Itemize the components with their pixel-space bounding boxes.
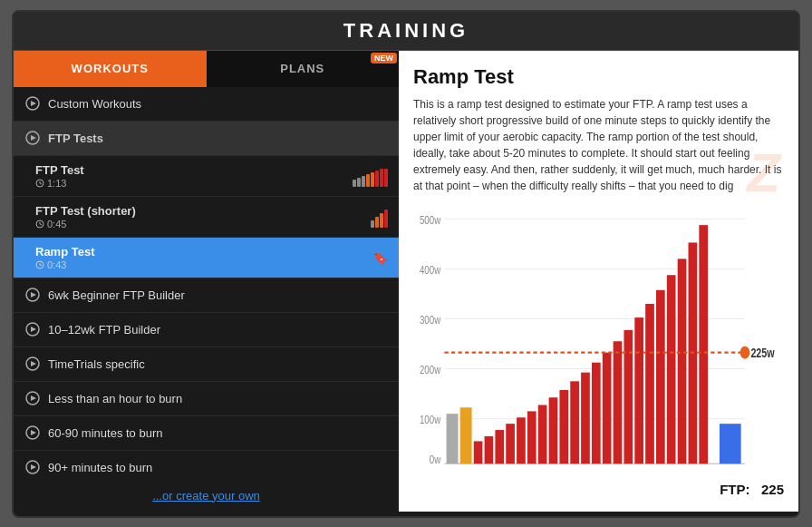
svg-text:200w: 200w <box>420 363 441 375</box>
svg-rect-64 <box>678 259 687 464</box>
svg-rect-52 <box>549 397 558 464</box>
workout-title: Ramp Test <box>413 65 784 89</box>
svg-rect-59 <box>624 329 633 463</box>
svg-marker-1 <box>31 101 36 106</box>
svg-rect-43 <box>447 414 459 464</box>
svg-rect-63 <box>667 275 676 464</box>
svg-text:100w: 100w <box>420 414 441 425</box>
list-area: Custom Workouts FTP Tests FTP Test <box>14 87 399 480</box>
chart-svg: 500w 400w 300w 200w 100w 0w <box>413 201 784 476</box>
list-item-ramp-test[interactable]: Ramp Test 0:43 🔖 <box>14 238 399 278</box>
zwift-logo: Z <box>747 142 780 204</box>
svg-line-9 <box>40 224 42 225</box>
plan-icon-timetrials <box>24 356 41 372</box>
play-circle-icon <box>24 95 41 112</box>
plan-icon-60-90 <box>24 425 41 441</box>
svg-rect-67 <box>720 424 741 464</box>
list-item-ftp-test-shorter[interactable]: FTP Test (shorter) 0:45 <box>14 197 399 238</box>
svg-rect-61 <box>645 303 654 463</box>
ftp-display: FTP: 225 <box>413 476 784 497</box>
content-area: WORKOUTS PLANS NEW Custom Workouts <box>14 51 798 512</box>
svg-rect-54 <box>570 381 579 464</box>
ftp-test-bars <box>353 165 388 187</box>
list-item-6wk-beginner[interactable]: 6wk Beginner FTP Builder <box>14 278 399 313</box>
svg-rect-49 <box>517 417 526 464</box>
list-item-less-than-hour[interactable]: Less than an hour to burn <box>14 382 399 416</box>
left-panel: WORKOUTS PLANS NEW Custom Workouts <box>14 51 399 512</box>
svg-text:500w: 500w <box>420 213 441 225</box>
plan-icon-less-hour <box>24 390 41 406</box>
svg-rect-57 <box>603 352 612 464</box>
ftp-test-shorter-content: FTP Test (shorter) 0:45 <box>35 204 371 229</box>
workout-description: This is a ramp test designed to estimate… <box>413 96 784 194</box>
chart-area: 500w 400w 300w 200w 100w 0w <box>413 201 784 476</box>
svg-rect-56 <box>592 362 601 464</box>
svg-rect-50 <box>527 411 536 464</box>
svg-rect-48 <box>506 424 515 464</box>
list-item-timetrials[interactable]: TimeTrials specific <box>14 347 399 382</box>
main-container: TRAINING WORKOUTS PLANS NEW <box>12 10 800 518</box>
svg-rect-60 <box>634 317 643 464</box>
svg-marker-16 <box>31 327 36 332</box>
title-bar: TRAINING <box>14 12 798 51</box>
svg-text:300w: 300w <box>420 313 441 325</box>
plan-icon-90plus <box>24 459 41 475</box>
ramp-test-content: Ramp Test 0:43 <box>35 245 365 270</box>
svg-rect-62 <box>656 289 665 463</box>
ftp-test-content: FTP Test 1:13 <box>35 163 353 189</box>
ftp-section-icon <box>24 130 41 146</box>
svg-rect-66 <box>699 225 708 464</box>
svg-line-6 <box>40 183 42 184</box>
svg-rect-45 <box>474 441 483 464</box>
tab-workouts[interactable]: WORKOUTS <box>14 51 207 87</box>
svg-marker-24 <box>31 464 36 470</box>
svg-line-12 <box>40 265 42 266</box>
svg-marker-20 <box>31 395 36 401</box>
svg-text:0w: 0w <box>430 454 441 465</box>
plan-icon-10wk <box>24 321 41 337</box>
svg-marker-18 <box>31 361 36 366</box>
create-link[interactable]: ...or create your own <box>14 480 399 512</box>
list-item-ftp-test[interactable]: FTP Test 1:13 <box>14 156 399 197</box>
svg-text:400w: 400w <box>420 263 441 275</box>
svg-text:225w: 225w <box>750 346 775 360</box>
svg-rect-51 <box>538 405 547 464</box>
list-item-custom-workouts[interactable]: Custom Workouts <box>14 87 399 122</box>
ftp-shorter-bars <box>371 206 388 228</box>
svg-point-70 <box>740 346 750 358</box>
svg-marker-22 <box>31 430 36 435</box>
svg-rect-46 <box>485 435 494 463</box>
tab-bar: WORKOUTS PLANS NEW <box>14 51 399 87</box>
svg-rect-47 <box>495 430 504 464</box>
svg-marker-14 <box>31 292 36 298</box>
app-title: TRAINING <box>21 19 791 43</box>
list-item-60-90[interactable]: 60-90 minutes to burn <box>14 416 399 451</box>
svg-rect-58 <box>614 341 623 464</box>
plan-icon-6wk <box>24 287 41 303</box>
section-header-ftp-tests: FTP Tests <box>14 122 399 156</box>
svg-rect-53 <box>559 389 568 463</box>
list-item-90plus[interactable]: 90+ minutes to burn <box>14 451 399 480</box>
list-item-10-12wk[interactable]: 10–12wk FTP Builder <box>14 313 399 347</box>
svg-rect-55 <box>581 372 590 464</box>
new-badge: NEW <box>371 53 397 63</box>
right-panel: Ramp Test This is a ramp test designed t… <box>399 51 798 512</box>
bookmark-icon: 🔖 <box>372 250 388 265</box>
svg-marker-3 <box>31 135 36 141</box>
svg-rect-44 <box>460 407 472 464</box>
